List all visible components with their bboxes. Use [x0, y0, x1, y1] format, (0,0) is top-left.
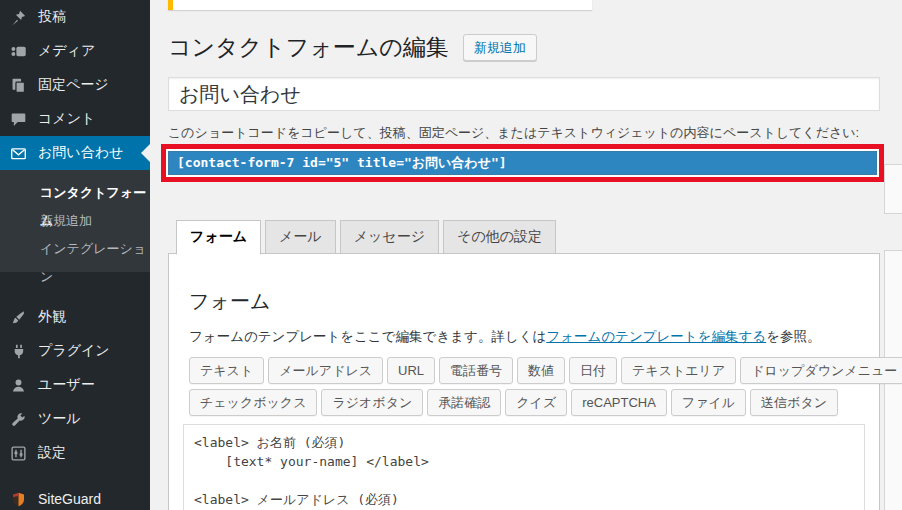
pushpin-icon [8, 7, 28, 27]
tag-generator-row-2: チェックボックスラジオボタン承諾確認クイズreCAPTCHAファイル送信ボタン [189, 389, 865, 421]
media-icon [8, 41, 28, 61]
panel-heading: フォーム [189, 288, 865, 315]
tag-generator-button[interactable]: 承諾確認 [427, 389, 501, 416]
sidebar-item-label: プラグイン [38, 342, 110, 360]
tag-generator-button[interactable]: 数値 [517, 357, 565, 384]
right-column-fragment [884, 164, 902, 214]
tab-mail[interactable]: メール [265, 220, 336, 254]
sidebar-item-label: メディア [38, 42, 95, 60]
sidebar-item-media[interactable]: メディア [0, 34, 150, 68]
sidebar-item-label: お問い合わせ [38, 144, 123, 162]
tag-generator-button[interactable]: テキスト [189, 357, 264, 384]
plugin-icon [8, 341, 28, 361]
tag-generator-row-1: テキストメールアドレスURL電話番号数値日付テキストエリアドロップダウンメニュー [189, 357, 865, 389]
tab-messages[interactable]: メッセージ [340, 220, 439, 254]
panel-description: フォームのテンプレートをここで編集できます。詳しくはフォームのテンプレートを編集… [189, 328, 865, 346]
add-new-button[interactable]: 新規追加 [463, 34, 537, 61]
user-icon [8, 375, 28, 395]
tag-generator-button[interactable]: 送信ボタン [750, 389, 838, 416]
sidebar-item-settings[interactable]: 設定 [0, 436, 150, 470]
tag-generator-button[interactable]: テキストエリア [621, 357, 736, 384]
sliders-icon [8, 443, 28, 463]
edit-template-link[interactable]: フォームのテンプレートを編集する [546, 329, 766, 344]
tab-form[interactable]: フォーム [176, 220, 261, 255]
sidebar-item-comments[interactable]: コメント [0, 102, 150, 136]
tag-generator-button[interactable]: 電話番号 [439, 357, 513, 384]
sidebar-item-label: 設定 [38, 444, 66, 462]
description-text: フォームのテンプレートをここで編集できます。詳しくは [189, 329, 546, 344]
tag-generator-button[interactable]: チェックボックス [189, 389, 317, 416]
contact-submenu: コンタクトフォーム 新規追加 インテグレーション [0, 170, 150, 272]
admin-content: コンタクトフォームの編集 新規追加 このショートコードをコピーして、投稿、固定ペ… [150, 0, 902, 510]
submenu-item-contact-forms[interactable]: コンタクトフォーム [0, 179, 150, 207]
submenu-item-integration[interactable]: インテグレーション [0, 235, 150, 263]
page-title: コンタクトフォームの編集 [168, 32, 449, 62]
sidebar-item-label: 投稿 [38, 8, 66, 26]
comment-icon [8, 109, 28, 129]
sidebar-item-label: SiteGuard [38, 491, 101, 507]
sidebar-item-posts[interactable]: 投稿 [0, 0, 150, 34]
shield-icon [8, 489, 28, 509]
sidebar-item-label: コメント [38, 110, 95, 128]
sidebar-item-label: ツール [38, 410, 81, 428]
tag-generator-button[interactable]: URL [387, 357, 435, 384]
tag-generator-button[interactable]: reCAPTCHA [571, 389, 667, 416]
tab-additional-settings[interactable]: その他の設定 [443, 220, 556, 254]
tag-generator-button[interactable]: 日付 [569, 357, 617, 384]
tag-generator: テキストメールアドレスURL電話番号数値日付テキストエリアドロップダウンメニュー… [189, 357, 865, 421]
sidebar-item-pages[interactable]: 固定ページ [0, 68, 150, 102]
admin-sidebar: 投稿 メディア 固定ページ コメント お問い合わせ [0, 0, 150, 510]
wrench-icon [8, 409, 28, 429]
tag-generator-button[interactable]: ラジオボタン [321, 389, 423, 416]
tag-generator-button[interactable]: ファイル [671, 389, 746, 416]
sidebar-item-appearance[interactable]: 外観 [0, 300, 150, 334]
sidebar-item-label: 外観 [38, 308, 66, 326]
sidebar-item-label: ユーザー [38, 376, 95, 394]
form-title-input[interactable] [168, 77, 880, 111]
envelope-icon [8, 143, 28, 163]
sidebar-item-label: 固定ページ [38, 76, 109, 94]
tag-generator-button[interactable]: ドロップダウンメニュー [740, 357, 902, 384]
editor-tabs: フォーム メール メッセージ その他の設定 [168, 220, 880, 254]
description-text: を参照。 [766, 329, 820, 344]
brush-icon [8, 307, 28, 327]
highlight-annotation [161, 144, 884, 182]
sidebar-item-users[interactable]: ユーザー [0, 368, 150, 402]
form-template-textarea[interactable]: <label> お名前 (必須) [text* your-name] </lab… [183, 424, 865, 510]
pages-icon [8, 75, 28, 95]
menu-separator [0, 272, 150, 300]
sidebar-item-tools[interactable]: ツール [0, 402, 150, 436]
sidebar-item-contact[interactable]: お問い合わせ [0, 136, 150, 170]
sidebar-item-siteguard[interactable]: SiteGuard [0, 482, 150, 510]
menu-separator [0, 470, 150, 482]
admin-notice-partial [168, 0, 592, 10]
shortcode-input[interactable] [168, 151, 877, 175]
sidebar-item-plugins[interactable]: プラグイン [0, 334, 150, 368]
shortcode-instruction: このショートコードをコピーして、投稿、固定ページ、またはテキストウィジェットの内… [168, 124, 880, 142]
wordpress-admin-screen: 投稿 メディア 固定ページ コメント お問い合わせ [0, 0, 902, 510]
form-panel: フォーム フォームのテンプレートをここで編集できます。詳しくはフォームのテンプレ… [168, 253, 880, 510]
submenu-item-add-new[interactable]: 新規追加 [0, 207, 150, 235]
tag-generator-button[interactable]: メールアドレス [268, 357, 383, 384]
tag-generator-button[interactable]: クイズ [505, 389, 567, 416]
